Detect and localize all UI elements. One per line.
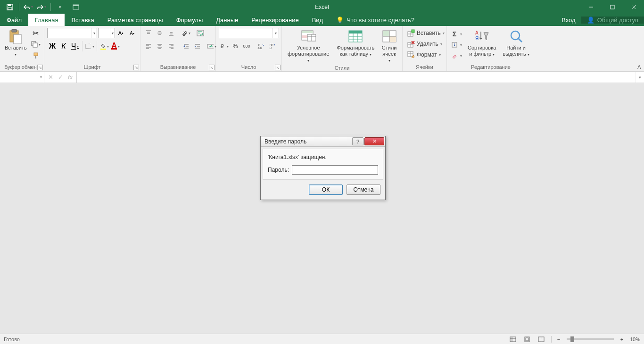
sign-in-link[interactable]: Вход [556,17,581,24]
format-as-table-button[interactable]: Форматироватькак таблицу ▾ [334,28,377,59]
font-size-combo[interactable]: ▾ [98,28,115,38]
tab-view[interactable]: Вид [305,14,330,26]
tab-formulas[interactable]: Формулы [170,14,210,26]
wrap-text-button[interactable] [195,28,206,38]
redo-button[interactable] [36,2,47,12]
tab-page-layout[interactable]: Разметка страницы [101,14,170,26]
fill-button[interactable]: ▾ [449,40,464,50]
insert-function-icon[interactable]: fx [68,74,73,81]
increase-font-button[interactable]: A▴ [116,28,126,38]
cell-styles-button[interactable]: Стилиячеек ▾ [378,28,400,65]
svg-rect-1 [8,4,11,6]
customize-qat-button[interactable]: ▾ [55,2,65,12]
font-name-combo[interactable]: ▾ [47,28,97,38]
zoom-level[interactable]: 10% [630,336,640,342]
group-styles: Условноеформатирование ▾ Форматироватька… [282,26,403,71]
cancel-button[interactable]: Отмена [347,185,380,195]
brush-icon [33,52,39,59]
align-top-button[interactable] [143,28,154,38]
merge-center-button[interactable] [206,41,217,51]
ok-button[interactable]: ОК [309,185,343,195]
svg-text:А: А [475,30,479,35]
name-box[interactable]: ▾ [0,72,44,83]
tab-insert[interactable]: Вставка [65,14,100,26]
clipboard-dialog-launcher[interactable]: ↘ [37,65,43,70]
tab-home[interactable]: Главная [28,14,65,26]
lightbulb-icon: 💡 [336,17,344,24]
sort-filter-button[interactable]: АЯ Сортировкаи фильтр ▾ [465,28,499,59]
dialog-close-button[interactable]: ✕ [364,137,384,145]
password-input[interactable] [292,165,378,175]
delete-cells-button[interactable]: Удалить▾ [405,39,444,49]
align-center-button[interactable] [155,41,165,51]
page-break-view-button[interactable] [535,335,547,344]
fill-color-button[interactable] [99,41,109,51]
cut-button[interactable]: ✂ [31,28,41,38]
conditional-formatting-button[interactable]: Условноеформатирование ▾ [284,28,333,65]
group-font: ▾ ▾ A▴ A▾ Ж К Ч A Шрифт ↘ [44,26,140,71]
svg-rect-2 [8,8,12,9]
italic-button[interactable]: К [58,41,69,51]
svg-rect-16 [86,44,91,49]
font-dialog-launcher[interactable]: ↘ [133,65,139,70]
comma-style-button[interactable]: 000 [241,41,252,51]
insert-cells-button[interactable]: Вставить▾ [405,28,446,38]
format-cells-icon [407,51,415,59]
undo-button[interactable] [23,2,33,12]
minimize-button[interactable] [580,0,602,14]
page-layout-view-button[interactable] [521,335,533,344]
borders-icon [85,43,91,50]
paste-icon [8,29,23,44]
zoom-slider[interactable] [567,338,614,340]
close-button[interactable] [623,0,644,14]
increase-indent-button[interactable] [192,41,203,51]
decrease-indent-button[interactable] [181,41,191,51]
paste-button[interactable]: Вставить▾ [2,28,30,59]
collapse-ribbon-button[interactable]: ᐱ [637,64,641,70]
increase-decimal-button[interactable]: .0.00 [256,41,266,51]
accounting-format-button[interactable]: ₽ [219,41,229,51]
maximize-button[interactable] [602,0,623,14]
normal-view-icon [510,336,516,342]
align-right-button[interactable] [166,41,176,51]
align-left-button[interactable] [143,41,154,51]
decrease-font-button[interactable]: A▾ [127,28,137,38]
zoom-out-button[interactable]: − [555,336,562,342]
autosum-button[interactable]: Σ▾ [449,29,464,39]
alignment-dialog-launcher[interactable]: ↘ [209,65,215,70]
save-icon[interactable] [5,2,15,12]
insert-cells-icon [407,29,415,37]
status-bar: Готово − + 10% [0,334,644,344]
align-bottom-button[interactable] [166,28,176,38]
share-button[interactable]: 👤 Общий доступ [581,17,644,24]
ribbon-display-options-icon[interactable] [65,0,86,14]
underline-button[interactable]: Ч [70,41,80,51]
ribbon: Вставить▾ ✂ Буфер обмена ↘ ▾ ▾ A▴ A▾ Ж К… [0,26,644,72]
dialog-help-button[interactable]: ? [352,137,363,145]
format-painter-button[interactable] [31,50,41,61]
zoom-in-button[interactable]: + [619,336,625,342]
borders-button[interactable] [84,41,95,51]
bold-button[interactable]: Ж [47,41,58,51]
decrease-decimal-button[interactable]: .00.0 [267,41,277,51]
normal-view-button[interactable] [507,335,519,344]
tab-file[interactable]: Файл [0,14,28,26]
number-format-combo[interactable]: ▾ [219,28,279,38]
clear-button[interactable]: ▾ [449,50,464,61]
tab-data[interactable]: Данные [209,14,245,26]
expand-formula-bar-button[interactable]: ▾ [636,72,644,83]
find-select-button[interactable]: Найти ивыделить ▾ [500,28,532,59]
formula-input[interactable] [77,72,636,83]
orientation-button[interactable]: ab [181,28,191,38]
align-middle-button[interactable] [155,28,165,38]
font-color-button[interactable]: A [110,41,121,51]
tell-me-search[interactable]: 💡 Что вы хотите сделать? [330,14,421,26]
tab-review[interactable]: Рецензирование [245,14,305,26]
help-icon: ? [356,139,359,144]
svg-rect-65 [383,31,389,36]
number-dialog-launcher[interactable]: ↘ [275,65,281,70]
percent-button[interactable]: % [230,41,240,51]
format-cells-button[interactable]: Формат▾ [405,50,443,60]
password-label: Пароль: [268,167,289,173]
copy-button[interactable] [31,39,41,50]
